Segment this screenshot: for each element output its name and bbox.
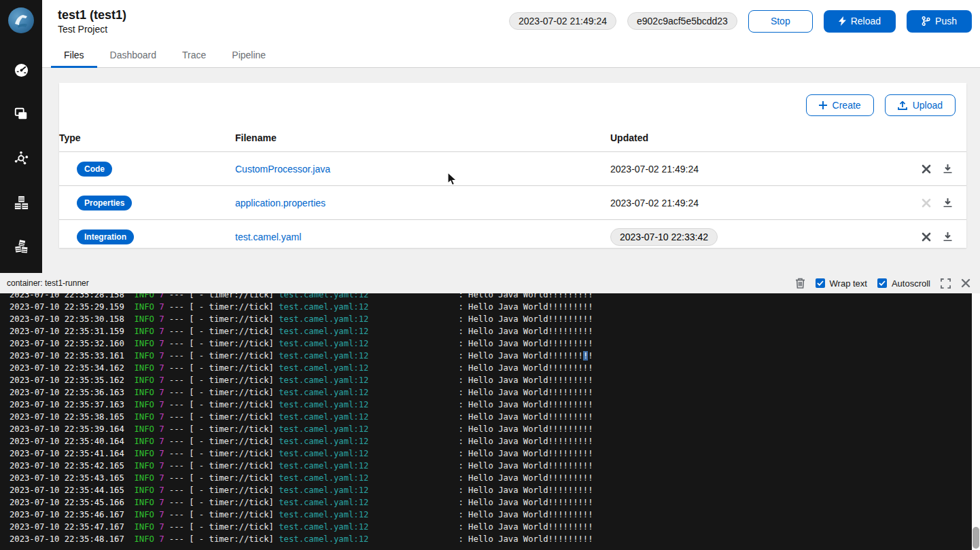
- download-file-button[interactable]: [943, 164, 953, 174]
- push-button-label: Push: [935, 16, 957, 26]
- log-panel-header: container: test1-runner Wrap text: [0, 273, 980, 293]
- file-link[interactable]: CustomProcessor.java: [235, 164, 330, 175]
- tab-trace[interactable]: Trace: [169, 42, 219, 67]
- expand-icon: [941, 278, 951, 289]
- file-link[interactable]: application.properties: [235, 198, 326, 208]
- expand-log-button[interactable]: [941, 278, 951, 289]
- create-button[interactable]: Create: [806, 94, 874, 116]
- column-header-updated: Updated: [610, 126, 901, 151]
- file-type-badge: Code: [77, 162, 112, 177]
- reload-button[interactable]: Reload: [824, 10, 896, 33]
- log-line: 2023-07-10 22:35:37.163 INFO 7 --- [ - t…: [10, 399, 972, 411]
- project-header: test1 (test1) Test Project 2023-07-02 21…: [42, 0, 980, 42]
- log-line: 2023-07-10 22:35:45.166 INFO 7 --- [ - t…: [10, 496, 972, 509]
- log-line: 2023-07-10 22:35:30.158 INFO 7 --- [ - t…: [10, 313, 972, 325]
- files-content: Create Upload Type Filename Updated: [0, 68, 980, 273]
- column-header-type: Type: [59, 126, 235, 151]
- create-button-label: Create: [833, 100, 861, 111]
- file-updated-value: 2023-07-02 21:49:24: [610, 198, 699, 208]
- files-card: Create Upload Type Filename Updated: [59, 83, 966, 248]
- close-icon: [961, 278, 970, 288]
- autoscroll-checkbox-box: [877, 278, 887, 288]
- log-line: 2023-07-10 22:35:31.159 INFO 7 --- [ - t…: [10, 325, 972, 337]
- log-line: 2023-07-10 22:35:39.164 INFO 7 --- [ - t…: [10, 423, 972, 435]
- file-link[interactable]: test.camel.yaml: [235, 232, 301, 242]
- table-row: CodeCustomProcessor.java2023-07-02 21:49…: [59, 151, 966, 185]
- delete-file-button[interactable]: [922, 164, 931, 174]
- sidebar: [0, 0, 42, 273]
- log-line: 2023-07-10 22:35:32.160 INFO 7 --- [ - t…: [10, 337, 972, 350]
- log-line: 2023-07-10 22:35:38.165 INFO 7 --- [ - t…: [10, 411, 972, 423]
- stop-button-label: Stop: [771, 16, 790, 26]
- download-file-button[interactable]: [943, 198, 953, 208]
- file-updated-value: 2023-07-02 21:49:24: [610, 164, 699, 175]
- log-line: 2023-07-10 22:35:33.161 INFO 7 --- [ - t…: [10, 350, 972, 362]
- log-line: 2023-07-10 22:35:34.162 INFO 7 --- [ - t…: [10, 362, 972, 374]
- tab-dashboard[interactable]: Dashboard: [97, 42, 170, 67]
- sidebar-item-dashboard[interactable]: [13, 62, 29, 78]
- files-table: Type Filename Updated CodeCustomProcesso…: [59, 126, 966, 253]
- stop-button[interactable]: Stop: [748, 10, 813, 33]
- log-line: 2023-07-10 22:35:42.165 INFO 7 --- [ - t…: [10, 460, 972, 472]
- trash-icon: [795, 278, 805, 289]
- close-x-icon: [922, 232, 931, 242]
- reload-button-label: Reload: [851, 16, 881, 26]
- log-line: 2023-07-10 22:35:36.163 INFO 7 --- [ - t…: [10, 386, 972, 399]
- plus-icon: [819, 101, 827, 109]
- projects-icon: [14, 107, 29, 122]
- sidebar-item-components[interactable]: [13, 194, 29, 210]
- table-row: Integrationtest.camel.yaml2023-07-10 22:…: [59, 219, 966, 253]
- file-type-badge: Integration: [77, 230, 134, 244]
- wrap-text-checkbox-box: [816, 278, 825, 288]
- delete-file-button: [922, 198, 931, 208]
- log-line: 2023-07-10 22:35:40.164 INFO 7 --- [ - t…: [10, 435, 972, 447]
- components-icon: [14, 195, 29, 210]
- check-icon: [879, 280, 886, 286]
- clear-log-button[interactable]: [795, 278, 805, 289]
- file-type-badge: Properties: [77, 196, 132, 210]
- log-line: 2023-07-10 22:35:29.159 INFO 7 --- [ - t…: [10, 301, 972, 313]
- log-line: 2023-07-10 22:35:44.165 INFO 7 --- [ - t…: [10, 484, 972, 496]
- log-line: 2023-07-10 22:35:28.158 INFO 7 --- [ - t…: [10, 293, 972, 301]
- download-icon: [943, 164, 953, 174]
- files-table-header: Type Filename Updated: [59, 126, 966, 151]
- wrap-text-label: Wrap text: [830, 278, 867, 289]
- delete-file-button[interactable]: [922, 232, 931, 242]
- dashboard-gauge-icon: [14, 62, 29, 78]
- log-scrollbar: [972, 293, 980, 550]
- camel-logo-icon: [8, 7, 34, 33]
- code-branch-icon: [922, 16, 930, 26]
- log-line: 2023-07-10 22:35:47.167 INFO 7 --- [ - t…: [10, 521, 972, 533]
- log-line: 2023-07-10 22:35:41.164 INFO 7 --- [ - t…: [10, 447, 972, 460]
- upload-button[interactable]: Upload: [885, 94, 956, 116]
- sidebar-item-containers[interactable]: [13, 238, 29, 255]
- table-row: Propertiesapplication.properties2023-07-…: [59, 185, 966, 219]
- wrap-text-checkbox[interactable]: Wrap text: [816, 278, 867, 289]
- check-icon: [817, 280, 824, 286]
- autoscroll-label: Autoscroll: [892, 278, 930, 289]
- log-line: 2023-07-10 22:35:46.167 INFO 7 --- [ - t…: [10, 509, 972, 521]
- sidebar-item-projects[interactable]: [13, 106, 29, 122]
- containers-icon: [14, 239, 29, 254]
- close-x-icon: [922, 198, 931, 208]
- commit-hash-badge: e902c9acf5e5bcdd23: [627, 12, 737, 30]
- app-window: test1 (test1) Test Project 2023-07-02 21…: [0, 0, 980, 550]
- log-line: 2023-07-10 22:35:43.165 INFO 7 --- [ - t…: [10, 472, 972, 484]
- download-file-button[interactable]: [943, 232, 953, 242]
- download-icon: [943, 232, 953, 242]
- log-scrollbar-thumb[interactable]: [973, 527, 979, 549]
- log-container-label: container: test1-runner: [7, 278, 89, 288]
- bolt-icon: [839, 16, 846, 26]
- close-log-button[interactable]: [961, 278, 970, 288]
- log-lines: 2023-07-10 22:35:28.158 INFO 7 --- [ - t…: [0, 293, 972, 545]
- push-button[interactable]: Push: [907, 10, 972, 33]
- sidebar-nav: [13, 62, 29, 255]
- autoscroll-checkbox[interactable]: Autoscroll: [877, 278, 930, 289]
- download-icon: [943, 198, 953, 208]
- log-console[interactable]: 2023-07-10 22:35:28.158 INFO 7 --- [ - t…: [0, 293, 972, 550]
- sidebar-item-hub[interactable]: [13, 150, 29, 166]
- karavan-logo[interactable]: [8, 7, 34, 33]
- column-header-filename: Filename: [235, 126, 610, 151]
- tab-pipeline[interactable]: Pipeline: [219, 42, 279, 67]
- tab-files[interactable]: Files: [51, 42, 97, 67]
